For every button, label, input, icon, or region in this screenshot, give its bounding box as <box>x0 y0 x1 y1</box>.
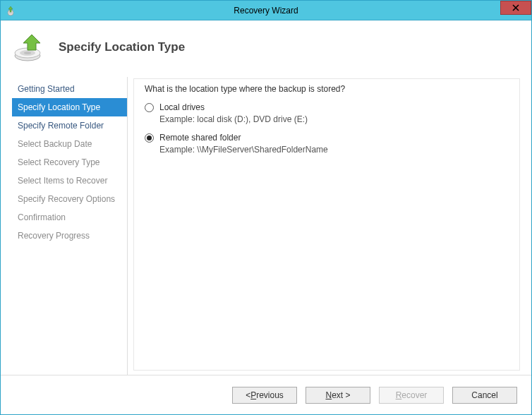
svg-point-5 <box>24 52 31 54</box>
option-local-drives-example: Example: local disk (D:), DVD drive (E:) <box>159 114 308 124</box>
recover-suffix: ecover <box>401 390 427 400</box>
body-area: Getting Started Specify Location Type Sp… <box>1 71 531 375</box>
step-recovery-progress: Recovery Progress <box>12 227 127 245</box>
option-remote-shared-folder[interactable]: Remote shared folder Example: \\MyFileSe… <box>145 133 516 155</box>
option-remote-texts: Remote shared folder Example: \\MyFileSe… <box>159 133 328 155</box>
app-icon <box>5 5 16 16</box>
step-specify-remote-folder[interactable]: Specify Remote Folder <box>12 116 127 135</box>
next-suffix: ext > <box>332 390 350 400</box>
cancel-button[interactable]: Cancel <box>452 387 517 404</box>
radio-remote-shared-folder[interactable] <box>145 133 154 143</box>
next-accel: N <box>325 390 332 400</box>
radio-local-drives[interactable] <box>145 103 154 112</box>
title-bar: Recovery Wizard <box>1 1 531 20</box>
close-button[interactable] <box>500 1 531 15</box>
wizard-icon <box>12 32 46 63</box>
step-getting-started[interactable]: Getting Started <box>12 80 127 98</box>
step-specify-location-type[interactable]: Specify Location Type <box>12 98 127 116</box>
step-select-backup-date: Select Backup Date <box>12 135 127 153</box>
step-select-recovery-type: Select Recovery Type <box>12 153 127 172</box>
close-icon <box>512 4 519 11</box>
recovery-wizard-window: Recovery Wizard Specify Location Type Ge… <box>0 0 532 415</box>
header-band: Specify Location Type <box>1 20 531 71</box>
recover-button: Recover <box>379 387 444 404</box>
recover-accel: R <box>396 390 402 400</box>
page-title: Specify Location Type <box>59 40 185 54</box>
option-remote-example: Example: \\MyFileServer\SharedFolderName <box>159 145 328 155</box>
option-remote-label: Remote shared folder <box>159 133 328 143</box>
prompt-text: What is the location type where the back… <box>145 84 516 94</box>
window-title: Recovery Wizard <box>1 6 531 16</box>
previous-suffix: revious <box>256 390 284 400</box>
next-button[interactable]: Next > <box>306 387 370 404</box>
step-confirmation: Confirmation <box>12 208 127 227</box>
step-specify-recovery-options: Specify Recovery Options <box>12 190 127 208</box>
wizard-footer: < Previous Next > Recover Cancel <box>1 375 531 414</box>
previous-prefix: < <box>246 390 250 400</box>
cancel-label: Cancel <box>471 390 497 400</box>
previous-button[interactable]: < Previous <box>232 387 297 404</box>
option-local-drives-texts: Local drives Example: local disk (D:), D… <box>159 102 308 124</box>
previous-accel: P <box>250 390 256 400</box>
option-local-drives-label: Local drives <box>159 102 308 112</box>
step-select-items-to-recover: Select Items to Recover <box>12 172 127 190</box>
option-local-drives[interactable]: Local drives Example: local disk (D:), D… <box>145 102 516 124</box>
main-panel: What is the location type where the back… <box>128 77 520 375</box>
wizard-steps-sidebar: Getting Started Specify Location Type Sp… <box>12 77 128 375</box>
